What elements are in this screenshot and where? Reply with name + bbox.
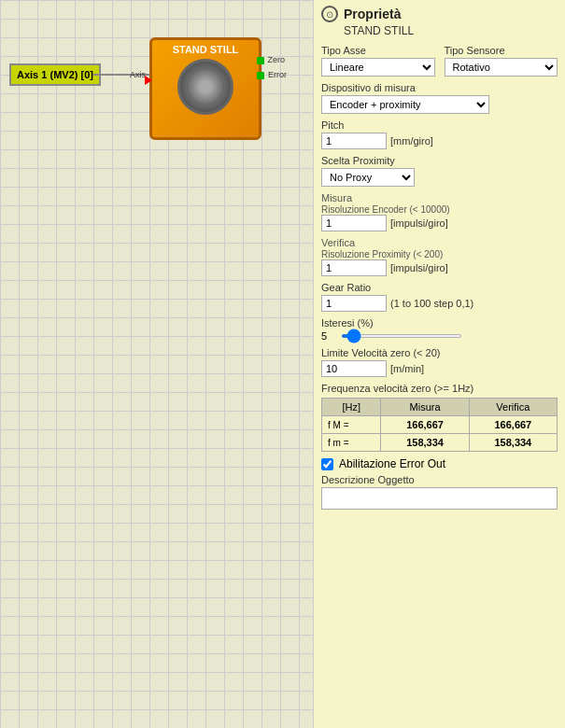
- dispositivo-label: Dispositivo di misura: [321, 82, 558, 93]
- props-subtitle: STAND STILL: [344, 24, 558, 37]
- freq-table-row: f M = 166,667 166,667: [322, 416, 558, 434]
- pitch-input[interactable]: [321, 133, 387, 149]
- descrizione-label: Descrizione Oggetto: [321, 474, 558, 485]
- freq-row-misura: 166,667: [381, 416, 469, 434]
- tipo-row: Tipo Asse Lineare Rotativo Tipo Sensore …: [321, 45, 558, 77]
- descrizione-row: Descrizione Oggetto: [321, 474, 558, 510]
- dispositivo-select[interactable]: Encoder + proximity Encoder Proximity: [321, 95, 489, 114]
- axis-block-label: Axis 1 (MV2) [0]: [17, 69, 93, 80]
- canvas-area: Axis 1 (MV2) [0] STAND STILL Axis Zero E…: [0, 0, 313, 728]
- ris-prox-label: Risoluzione Proximity (< 200): [321, 249, 558, 259]
- gear-ratio-row: Gear Ratio (1 to 100 step 0,1): [321, 282, 558, 312]
- tipo-sensore-col: Tipo Sensore Rotativo Lineare: [445, 45, 558, 77]
- freq-row-label: f m =: [322, 434, 381, 452]
- gear-ratio-label: Gear Ratio: [321, 282, 558, 293]
- zero-connector: [257, 57, 264, 64]
- freq-table-row: f m = 158,334 158,334: [322, 434, 558, 452]
- proprietà-icon: ⊙: [321, 6, 338, 22]
- verifica-label: Verifica: [321, 237, 558, 248]
- freq-row-label: f M =: [322, 416, 381, 434]
- ris-prox-input[interactable]: [321, 259, 387, 276]
- zero-label: Zero: [267, 55, 285, 64]
- tipo-sensore-select[interactable]: Rotativo Lineare: [445, 58, 558, 77]
- stand-still-title: STAND STILL: [173, 44, 239, 55]
- misura-label: Misura: [321, 192, 558, 203]
- limite-vel-unit: [m/min]: [390, 363, 424, 374]
- props-title: Proprietà: [344, 7, 401, 21]
- props-panel: ⊙ Proprietà STAND STILL Tipo Asse Linear…: [313, 0, 565, 728]
- pitch-unit: [mm/giro]: [390, 135, 433, 147]
- tipo-asse-label: Tipo Asse: [321, 45, 435, 56]
- isteresi-label: Isteresi (%): [321, 317, 558, 329]
- freq-row-misura: 158,334: [381, 434, 469, 452]
- freq-table: [Hz] Misura Verifica f M = 166,667 166,6…: [321, 398, 558, 452]
- freq-col-verifica: Verifica: [469, 399, 557, 416]
- abilitazione-checkbox[interactable]: [321, 458, 333, 470]
- freq-row-verifica: 166,667: [469, 416, 557, 434]
- tipo-asse-select[interactable]: Lineare Rotativo: [321, 58, 435, 77]
- gear-ratio-input[interactable]: [321, 295, 387, 312]
- misura-section: Misura Risoluzione Encoder (< 10000) [im…: [321, 192, 558, 231]
- ris-encoder-label: Risoluzione Encoder (< 10000): [321, 204, 558, 215]
- tipo-asse-col: Tipo Asse Lineare Rotativo: [321, 45, 435, 77]
- freq-col-misura: Misura: [381, 399, 469, 416]
- stand-still-block[interactable]: STAND STILL Axis Zero Error: [149, 37, 261, 140]
- isteresi-slider[interactable]: [341, 334, 462, 338]
- limite-vel-input[interactable]: [321, 360, 387, 377]
- error-connector: [257, 72, 264, 79]
- scelta-prox-label: Scelta Proximity: [321, 155, 558, 166]
- ris-encoder-unit: [impulsi/giro]: [390, 217, 448, 229]
- axis-port-label: Axis: [130, 70, 146, 79]
- axis-block[interactable]: Axis 1 (MV2) [0]: [9, 63, 101, 86]
- freq-vel-label: Frequenza velocità zero (>= 1Hz): [321, 383, 558, 394]
- stand-still-icon: [177, 59, 233, 115]
- freq-vel-row: Frequenza velocità zero (>= 1Hz) [Hz] Mi…: [321, 383, 558, 452]
- dispositivo-row: Dispositivo di misura Encoder + proximit…: [321, 82, 558, 114]
- ris-prox-unit: [impulsi/giro]: [390, 262, 448, 273]
- axis-arrow: [145, 76, 154, 85]
- pitch-row: Pitch [mm/giro]: [321, 119, 558, 149]
- limite-vel-label: Limite Velocità zero (< 20): [321, 347, 558, 358]
- ris-encoder-input[interactable]: [321, 215, 387, 231]
- isteresi-row: Isteresi (%) 5: [321, 317, 558, 342]
- freq-col-hz: [Hz]: [322, 399, 381, 416]
- error-label: Error: [268, 70, 287, 79]
- scelta-prox-row: Scelta Proximity No Proxy Proxy 1 Proxy …: [321, 155, 558, 187]
- descrizione-input[interactable]: [321, 487, 558, 510]
- isteresi-value: 5: [321, 330, 335, 342]
- pitch-label: Pitch: [321, 119, 558, 131]
- scelta-prox-select[interactable]: No Proxy Proxy 1 Proxy 2: [321, 168, 415, 187]
- tipo-sensore-label: Tipo Sensore: [445, 45, 558, 56]
- abilitazione-label: Abilitazione Error Out: [339, 457, 445, 470]
- gear-ratio-unit: (1 to 100 step 0,1): [390, 298, 473, 309]
- freq-row-verifica: 158,334: [469, 434, 557, 452]
- limite-vel-row: Limite Velocità zero (< 20) [m/min]: [321, 347, 558, 377]
- props-header: ⊙ Proprietà: [321, 6, 558, 22]
- verifica-section: Verifica Risoluzione Proximity (< 200) […: [321, 237, 558, 276]
- abilitazione-row: Abilitazione Error Out: [321, 457, 558, 470]
